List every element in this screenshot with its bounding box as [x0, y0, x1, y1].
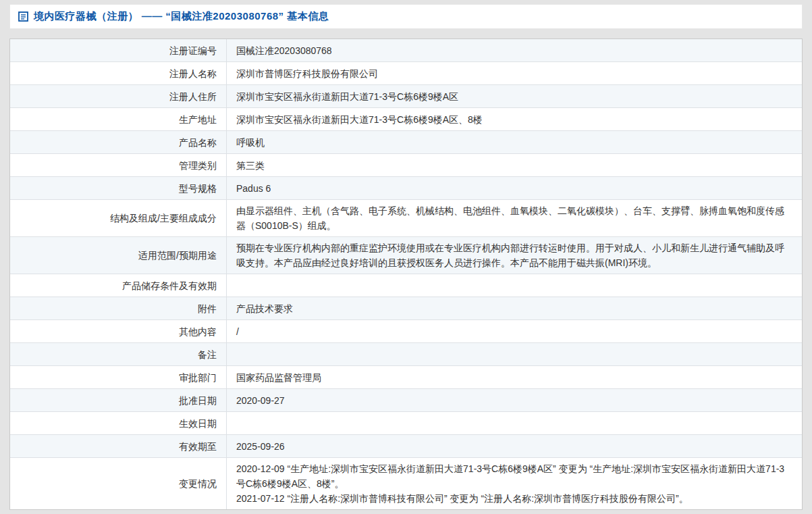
- row-value: 国家药品监督管理局: [227, 366, 802, 388]
- table-row-product-name: 产品名称 呼吸机: [10, 131, 802, 154]
- row-value: [227, 343, 802, 365]
- registration-info-table: 注册证编号 国械注准20203080768 注册人名称 深圳市普博医疗科技股份有…: [9, 38, 803, 510]
- row-label: 注册人住所: [10, 85, 227, 107]
- row-value: 国械注准20203080768: [227, 39, 802, 61]
- table-row-storage-conditions: 产品储存条件及有效期: [10, 274, 802, 297]
- row-label: 审批部门: [10, 366, 227, 388]
- row-value: [227, 274, 802, 297]
- row-label: 有效期至: [10, 435, 227, 457]
- table-row-registrant-address: 注册人住所 深圳市宝安区福永街道新田大道71-3号C栋6楼9楼A区: [10, 85, 802, 108]
- row-label: 型号规格: [10, 177, 227, 199]
- row-value: 第三类: [227, 154, 802, 176]
- row-value: 深圳市宝安区福永街道新田大道71-3号C栋6楼9楼A区、8楼: [227, 108, 802, 130]
- table-row-management-class: 管理类别 第三类: [10, 154, 802, 177]
- row-value: 深圳市宝安区福永街道新田大道71-3号C栋6楼9楼A区: [227, 85, 802, 107]
- table-row-model-spec: 型号规格 Padus 6: [10, 177, 802, 200]
- table-row-attachments: 附件 产品技术要求: [10, 297, 802, 320]
- row-label: 管理类别: [10, 154, 227, 176]
- row-value: 呼吸机: [227, 131, 802, 153]
- row-value: 深圳市普博医疗科技股份有限公司: [227, 62, 802, 84]
- row-label: 适用范围/预期用途: [10, 237, 227, 274]
- row-label: 备注: [10, 343, 227, 365]
- row-label: 注册人名称: [10, 62, 227, 84]
- row-value: [227, 412, 802, 434]
- row-value: 2020-09-27: [227, 389, 802, 411]
- row-value: Padus 6: [227, 177, 802, 199]
- row-label: 结构及组成/主要组成成分: [10, 200, 227, 236]
- table-row-approval-date: 批准日期 2020-09-27: [10, 389, 802, 412]
- table-row-intended-use: 适用范围/预期用途 预期在专业医疗机构内部的重症监护环境使用或在专业医疗机构内部…: [10, 237, 802, 274]
- table-row-registration-number: 注册证编号 国械注准20203080768: [10, 39, 802, 62]
- row-label: 附件: [10, 297, 227, 319]
- row-value: 2025-09-26: [227, 435, 802, 457]
- page-title: 境内医疗器械（注册） —— “国械注准20203080768” 基本信息: [34, 10, 329, 23]
- table-row-structure-composition: 结构及组成/主要组成成分 由显示器组件、主机（含气路、电子系统、机械结构、电池组…: [10, 200, 802, 237]
- row-label: 变更情况: [10, 458, 227, 509]
- page-header: 境内医疗器械（注册） —— “国械注准20203080768” 基本信息: [9, 4, 803, 29]
- row-label: 产品储存条件及有效期: [10, 274, 227, 297]
- row-value: 2020-12-09 “生产地址:深圳市宝安区福永街道新田大道71-3号C栋6楼…: [227, 458, 802, 509]
- row-value: 由显示器组件、主机（含气路、电子系统、机械结构、电池组件、血氧模块、二氧化碳模块…: [227, 200, 802, 236]
- row-label: 生效日期: [10, 412, 227, 434]
- table-row-effective-date: 生效日期: [10, 412, 802, 435]
- table-row-valid-until: 有效期至 2025-09-26: [10, 435, 802, 458]
- table-row-registrant-name: 注册人名称 深圳市普博医疗科技股份有限公司: [10, 62, 802, 85]
- row-label: 批准日期: [10, 389, 227, 411]
- table-row-change-history: 变更情况 2020-12-09 “生产地址:深圳市宝安区福永街道新田大道71-3…: [10, 458, 802, 509]
- table-row-other-content: 其他内容 /: [10, 320, 802, 343]
- page: 境内医疗器械（注册） —— “国械注准20203080768” 基本信息 注册证…: [0, 4, 812, 514]
- table-row-remarks: 备注: [10, 343, 802, 366]
- row-value: 产品技术要求: [227, 297, 802, 319]
- document-icon: [18, 11, 28, 22]
- table-row-production-address: 生产地址 深圳市宝安区福永街道新田大道71-3号C栋6楼9楼A区、8楼: [10, 108, 802, 131]
- row-label: 生产地址: [10, 108, 227, 130]
- row-label: 其他内容: [10, 320, 227, 342]
- row-value: /: [227, 320, 802, 342]
- row-value: 预期在专业医疗机构内部的重症监护环境使用或在专业医疗机构内部进行转运时使用。用于…: [227, 237, 802, 274]
- row-label: 注册证编号: [10, 39, 227, 61]
- row-label: 产品名称: [10, 131, 227, 153]
- table-row-approval-department: 审批部门 国家药品监督管理局: [10, 366, 802, 389]
